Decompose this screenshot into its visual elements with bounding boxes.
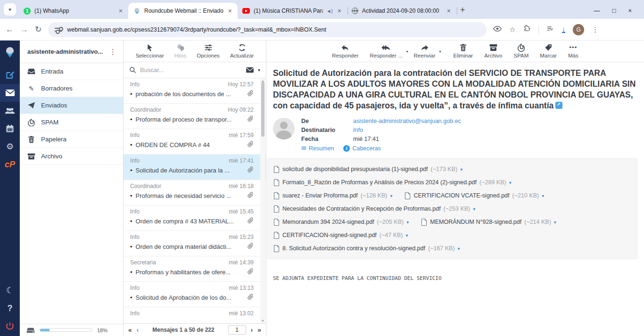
folder-trash[interactable]: Papelera: [20, 131, 123, 148]
tab-actividad[interactable]: Actividad 2024-09-20 08:00:00 ×: [347, 3, 456, 19]
options-button[interactable]: Opciones: [197, 43, 220, 58]
headers-link[interactable]: iCabeceras: [343, 145, 380, 152]
forward-button[interactable]: Reenviar ▾: [414, 43, 436, 58]
message-row[interactable]: Infomié 15:45 •Orden de compra # 43 MATE…: [124, 205, 266, 231]
tab-audio-icon[interactable]: ◄): [327, 8, 333, 14]
list-scrollbar[interactable]: ▲ ▼: [260, 78, 265, 323]
attachment-menu-caret-icon[interactable]: ▾: [554, 220, 556, 225]
delete-button[interactable]: Eliminar: [454, 43, 473, 58]
refresh-button[interactable]: Actualizar: [230, 43, 254, 58]
browser-menu-icon[interactable]: ⋮: [592, 25, 599, 34]
spam-button[interactable]: SPAM: [513, 43, 528, 58]
attachment-menu-caret-icon[interactable]: ▾: [406, 233, 408, 238]
account-menu-icon[interactable]: ⋮: [107, 48, 118, 56]
first-page-icon[interactable]: «: [128, 326, 132, 334]
message-row[interactable]: Infomié 17:59 •ORDEN DE COMPRA # 44: [124, 129, 266, 155]
url-text[interactable]: webmail.sanjuan.gob.ec/cpsess2312679074/…: [67, 26, 326, 33]
to-address-link[interactable]: Info: [353, 127, 363, 133]
attachment-item[interactable]: CERTIFICACION-signed-signed.pdf(~47 KB)▾: [273, 232, 408, 239]
tab-close-icon[interactable]: ×: [337, 7, 342, 15]
open-in-new-window-icon[interactable]: [555, 102, 562, 109]
minimize-button[interactable]: —: [594, 7, 600, 14]
folder-drafts[interactable]: ✎ Borradores: [20, 80, 123, 97]
attachment-menu-caret-icon[interactable]: ▾: [458, 246, 460, 251]
forward-caret-icon[interactable]: ▾: [439, 49, 441, 54]
tab-close-icon[interactable]: ×: [118, 7, 124, 15]
logout-power-icon[interactable]: [0, 317, 20, 335]
attachment-menu-caret-icon[interactable]: ▾: [390, 193, 392, 198]
reply-button[interactable]: Responder: [332, 43, 358, 58]
attachment-item[interactable]: 8. Solicitud Autorización contra y resol…: [273, 245, 460, 252]
attachment-item[interactable]: Necesidades de Contratación y Recepción …: [273, 205, 475, 213]
dark-mode-moon-icon[interactable]: ☾: [0, 281, 20, 299]
folder-archive[interactable]: Archivo: [20, 148, 123, 165]
message-row[interactable]: Infomié 13:02: [124, 307, 266, 323]
reply-all-caret-icon[interactable]: ▾: [406, 49, 408, 54]
next-page-icon[interactable]: ›: [251, 326, 253, 334]
download-icon[interactable]: ↓: [562, 26, 566, 33]
maximize-button[interactable]: □: [612, 7, 616, 14]
bookmark-star-icon[interactable]: ☆: [509, 25, 515, 34]
address-bar[interactable]: webmail.sanjuan.gob.ec/cpsess2312679074/…: [48, 22, 487, 37]
attachment-item[interactable]: CERTIFICACION VCATE-signed.pdf(~210 KB)▾: [405, 192, 544, 199]
folder-inbox[interactable]: Entrada: [20, 63, 123, 80]
from-address-link[interactable]: asistente-administrativo@sanjuan.gob.ec: [353, 118, 461, 124]
settings-gear-icon[interactable]: ⚙: [0, 138, 20, 156]
archive-button[interactable]: Archivo: [484, 43, 502, 58]
calendar-icon[interactable]: [0, 120, 20, 138]
attachment-item[interactable]: solicitud de disponibilidad presupuestar…: [273, 166, 462, 173]
tab-close-icon[interactable]: ×: [227, 7, 233, 15]
summary-link[interactable]: ✉Resumen: [301, 145, 334, 152]
attachment-menu-caret-icon[interactable]: ▾: [460, 167, 462, 172]
attachment-menu-caret-icon[interactable]: ▾: [406, 220, 409, 225]
last-page-icon[interactable]: »: [257, 326, 261, 334]
profile-avatar[interactable]: G: [573, 24, 584, 35]
attachment-item[interactable]: MEMORÁNDUM N°928-signed.pdf(~214 KB)▾: [421, 219, 556, 226]
attachment-item[interactable]: Formato_8_Razón de Proformas y Análisis …: [273, 179, 512, 186]
message-row-selected[interactable]: Infomié 17:41 •Solicitud de Autorización…: [124, 155, 266, 180]
forward-button[interactable]: →: [20, 25, 28, 34]
tab-roundcube[interactable]: Roundcube Webmail :: Enviado: ×: [128, 3, 238, 19]
select-button[interactable]: Seleccionar: [136, 43, 164, 58]
message-row[interactable]: Coordinadormié 16:18 •Proformas de neces…: [124, 180, 266, 205]
attachment-menu-caret-icon[interactable]: ▾: [542, 193, 544, 198]
threads-button[interactable]: Hilos: [174, 43, 187, 58]
scrollbar-thumb[interactable]: [261, 82, 264, 137]
search-scope-mail-icon[interactable]: [246, 67, 254, 73]
attachment-item[interactable]: suarez - Enviar Proforma.pdf(~126 KB)▾: [273, 192, 392, 199]
message-row[interactable]: InfoHoy 12:57 •probación de los document…: [124, 78, 266, 104]
attachment-item[interactable]: Memorandum 394 2024-signed.pdf(~205 KB)▾: [273, 219, 409, 226]
reading-list-icon[interactable]: [546, 25, 554, 34]
extensions-icon[interactable]: [523, 25, 531, 34]
page-number-input[interactable]: 1: [228, 325, 246, 335]
back-button[interactable]: ←: [6, 25, 14, 34]
search-input[interactable]: [140, 66, 242, 74]
attachment-menu-caret-icon[interactable]: ▾: [509, 180, 512, 185]
search-options-chevron-icon[interactable]: ▾: [258, 67, 260, 73]
close-button[interactable]: ×: [628, 7, 632, 14]
site-settings-icon[interactable]: [55, 26, 62, 33]
attachment-menu-caret-icon[interactable]: ▾: [473, 206, 475, 212]
tab-search-button[interactable]: ▾: [4, 3, 16, 16]
new-tab-button[interactable]: +: [460, 5, 465, 15]
message-row[interactable]: Infomié 15:23 •Orden de compra material …: [124, 231, 266, 256]
more-button[interactable]: ••• Más: [568, 43, 578, 58]
prev-page-icon[interactable]: ‹: [137, 326, 139, 334]
tab-youtube[interactable]: (1) Música CRISTIANA Para ◄) ×: [238, 3, 347, 19]
reply-all-button[interactable]: Responder ... ▾: [370, 43, 403, 58]
help-icon[interactable]: ?: [0, 299, 20, 317]
folder-spam[interactable]: SPAM: [20, 114, 123, 131]
reload-button[interactable]: ↻: [35, 25, 41, 34]
message-row[interactable]: Infomié 13:13 •Solicitud de Aprobación d…: [124, 282, 266, 307]
mail-nav-icon[interactable]: [0, 84, 20, 102]
contacts-icon[interactable]: [0, 102, 20, 120]
message-row[interactable]: CoordinadorHoy 09:22 •Proforma del proce…: [124, 104, 266, 129]
tab-close-icon[interactable]: ×: [446, 7, 452, 15]
compose-icon[interactable]: [0, 66, 20, 84]
tab-whatsapp[interactable]: 1 (1) WhatsApp ×: [19, 3, 128, 19]
eye-icon[interactable]: [493, 25, 502, 33]
cpanel-icon[interactable]: cP: [0, 156, 20, 173]
message-row[interactable]: Secretariamié 14:39 •Proformas y habilit…: [124, 256, 266, 282]
mark-button[interactable]: Marcar: [540, 43, 557, 58]
folder-sent[interactable]: Enviados: [20, 97, 123, 114]
